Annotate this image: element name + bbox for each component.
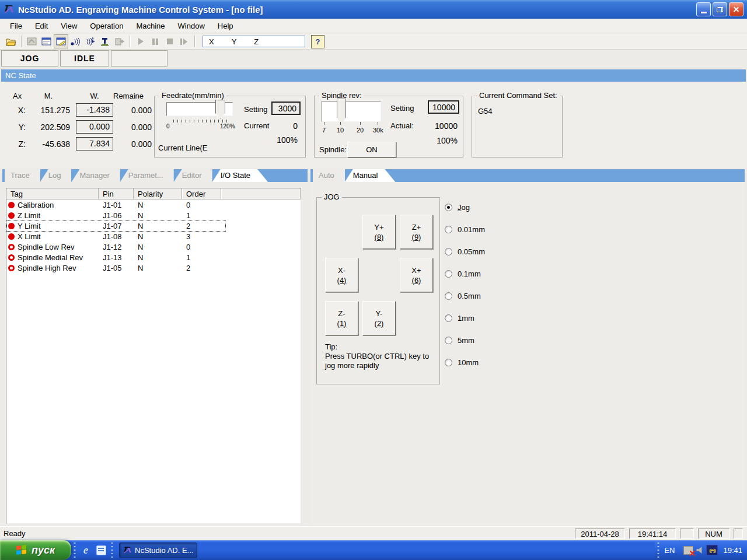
- z-work-coord[interactable]: 7.834: [76, 137, 113, 150]
- col-empty[interactable]: [221, 188, 301, 200]
- col-pin[interactable]: Pin: [99, 188, 134, 200]
- command-set-value: G54: [478, 107, 493, 116]
- language-indicator[interactable]: EN: [664, 546, 675, 555]
- io-on-indicator: [8, 233, 15, 240]
- jog-y-minus-button[interactable]: Y- (2): [362, 301, 396, 335]
- step-radio-0-5mm[interactable]: 0.5mm: [445, 292, 481, 300]
- coord-header-work: W.: [76, 92, 113, 100]
- status-time: 19:41:14: [629, 528, 676, 539]
- x-work-coord[interactable]: -1.438: [76, 103, 113, 117]
- trace-view-button[interactable]: [25, 34, 39, 48]
- step-radio-0-05mm[interactable]: 0.05mm: [445, 247, 485, 256]
- menu-file[interactable]: File: [4, 20, 29, 32]
- mode-idle-button[interactable]: IDLE: [60, 50, 109, 66]
- tab-log[interactable]: Log: [40, 169, 72, 182]
- task-label: NcStudio AD. E...: [135, 546, 193, 555]
- step-radio-1mm[interactable]: 1mm: [445, 314, 474, 323]
- radio-icon: [445, 314, 452, 322]
- tab-trace[interactable]: Trace: [5, 169, 40, 182]
- start-button[interactable]: пуск: [0, 540, 71, 560]
- step-radio-10mm[interactable]: 10mm: [445, 358, 479, 367]
- menu-edit[interactable]: Edit: [29, 20, 54, 32]
- explorer-icon: [96, 545, 106, 555]
- feedrate-setting-value[interactable]: 3000: [272, 102, 300, 114]
- simulate-stop-button[interactable]: [83, 34, 97, 48]
- left-panel: Trace Log Manager Paramet... Editor I/O …: [2, 169, 308, 526]
- io-on-indicator: [8, 212, 15, 219]
- jog-z-minus-button[interactable]: Z- (1): [325, 301, 358, 335]
- taskbar-separator: [657, 542, 660, 558]
- ie-quicklaunch-button[interactable]: e: [79, 544, 92, 556]
- jog-group-title: JOG: [322, 192, 342, 201]
- col-order[interactable]: Order: [182, 188, 221, 200]
- menu-operation[interactable]: Operation: [83, 20, 130, 32]
- tab-editor[interactable]: Editor: [174, 169, 212, 182]
- tab-auto[interactable]: Auto: [313, 169, 345, 182]
- toolbar-separator: [21, 36, 22, 47]
- table-row[interactable]: Spindle Low Rev J1-12 N 0: [6, 242, 301, 252]
- step-radio-0-01mm[interactable]: 0.01mm: [445, 225, 485, 234]
- col-tag[interactable]: Tag: [6, 188, 99, 200]
- table-row[interactable]: Z Limit J1-06 N 1: [6, 210, 301, 220]
- menu-view[interactable]: View: [54, 20, 83, 32]
- y-work-coord[interactable]: 0.000: [76, 120, 113, 134]
- title-bar: NcStudio AD. Engraving Machine Control S…: [0, 0, 747, 19]
- tab-manager[interactable]: Manager: [71, 169, 120, 182]
- axis-display[interactable]: X Y Z: [203, 36, 305, 47]
- table-row[interactable]: X Limit J1-08 N 3: [6, 231, 301, 242]
- simulate-button[interactable]: [68, 34, 83, 48]
- spindle-slider-track[interactable]: [322, 101, 381, 122]
- menu-bar: File Edit View Operation Machine Window …: [0, 19, 747, 33]
- log-view-button[interactable]: [39, 34, 54, 48]
- table-row[interactable]: Spindle High Rev J1-05 N 2: [6, 262, 301, 273]
- menu-machine[interactable]: Machine: [130, 20, 171, 32]
- jog-x-minus-button[interactable]: X- (4): [325, 258, 358, 292]
- minimize-button[interactable]: [696, 2, 711, 16]
- jog-tip: Tip: Press TURBO(or CTRL) key to jog mor…: [325, 342, 429, 370]
- mode-empty-button[interactable]: [111, 50, 167, 66]
- spindle-tool-icon: [100, 37, 110, 46]
- close-button[interactable]: [729, 2, 743, 16]
- tab-io-state[interactable]: I/O State: [212, 169, 268, 182]
- io-off-indicator: [8, 254, 15, 261]
- log-view-icon: [41, 37, 51, 46]
- volume-tray-icon[interactable]: [696, 547, 703, 554]
- explorer-quicklaunch-button[interactable]: [95, 544, 107, 556]
- close-icon: [732, 6, 740, 13]
- windows-flag-icon: [16, 545, 27, 555]
- export-button[interactable]: [112, 34, 127, 48]
- tab-parameter[interactable]: Paramet...: [120, 169, 174, 182]
- spindle-setting-value[interactable]: 10000: [428, 101, 459, 113]
- radio-icon: [445, 292, 452, 300]
- restore-button[interactable]: [713, 2, 727, 16]
- table-row[interactable]: Calibration J1-01 N 0: [6, 200, 301, 210]
- tab-manual[interactable]: Manual: [345, 169, 396, 182]
- signal-tray-icon[interactable]: ((+)): [706, 545, 718, 555]
- open-file-button[interactable]: [4, 34, 18, 48]
- jog-x-plus-button[interactable]: X+ (6): [400, 258, 433, 292]
- nc-state-panel: Ax M. W. Remaine X: 151.275 -1.438 0.000…: [0, 82, 747, 168]
- menu-window[interactable]: Window: [172, 20, 211, 32]
- step-radio-5mm[interactable]: 5mm: [445, 336, 474, 345]
- taskbar-clock[interactable]: 19:41: [723, 546, 742, 555]
- feedrate-slider-thumb[interactable]: [215, 100, 225, 119]
- spindle-on-button[interactable]: ON: [347, 142, 396, 158]
- col-polarity[interactable]: Polarity: [134, 188, 182, 200]
- table-row[interactable]: Spindle Medial Rev J1-13 N 1: [6, 252, 301, 262]
- axis-x-label: X: [209, 37, 214, 46]
- menu-help[interactable]: Help: [211, 20, 240, 32]
- jog-y-plus-button[interactable]: Y+ (8): [362, 215, 396, 249]
- table-row-selected[interactable]: Y Limit J1-07 N 2: [6, 220, 301, 231]
- mode-jog-button[interactable]: JOG: [1, 50, 58, 66]
- io-view-button[interactable]: [54, 34, 68, 48]
- network-tray-icon[interactable]: [683, 546, 693, 555]
- feedrate-group: Feedrate(mm/min) 0 120% Setting 3000 Cur…: [154, 96, 306, 158]
- help-button[interactable]: ?: [311, 35, 324, 48]
- step-radio-jog[interactable]: Jog: [445, 203, 470, 212]
- taskbar: пуск e NcStudio AD. E... EN ((+)) 19:41: [0, 540, 747, 560]
- step-button: [177, 34, 191, 48]
- jog-z-plus-button[interactable]: Z+ (9): [400, 215, 433, 249]
- spindle-tool-button[interactable]: [97, 34, 112, 48]
- step-radio-0-1mm[interactable]: 0.1mm: [445, 270, 481, 278]
- ncstudio-task-button[interactable]: NcStudio AD. E...: [119, 542, 197, 558]
